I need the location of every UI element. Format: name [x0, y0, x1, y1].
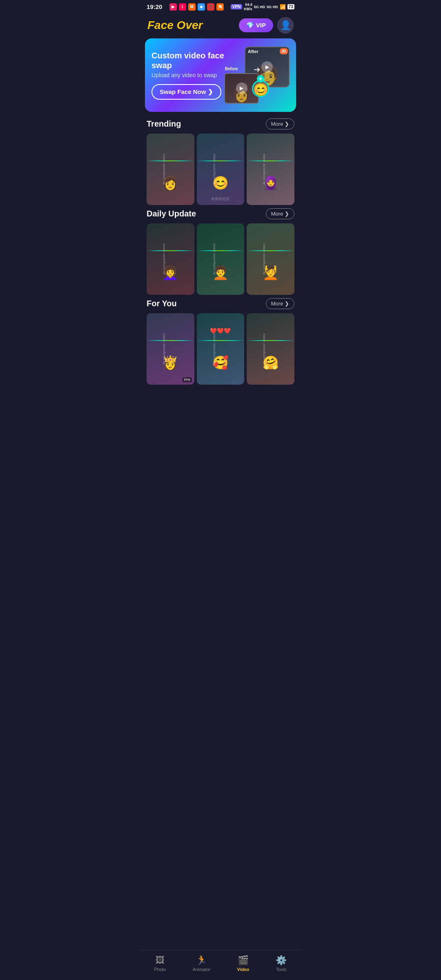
ai-label-4: AI composite video — [162, 243, 166, 275]
daily-section: Daily Update More ❯ 👩‍🦱 AI composite vid… — [141, 208, 300, 295]
app-header: Face Over 💎 VIP 👤 — [141, 14, 300, 38]
trending-header: Trending More ❯ — [147, 118, 294, 129]
swap-face-button[interactable]: Swap Face Now ❯ — [151, 84, 221, 100]
scan-line-8 — [197, 340, 245, 341]
for-you-header: For You More ❯ — [147, 298, 294, 309]
app-icon-6: 淘 — [216, 3, 224, 11]
nav-photo[interactable]: 🖼 Photo — [148, 953, 173, 973]
vip-button[interactable]: 💎 VIP — [239, 18, 273, 32]
video-nav-label: Video — [237, 967, 249, 972]
for-you-thumb-3[interactable]: 🤗 AI composite video — [247, 313, 294, 385]
header-actions: 💎 VIP 👤 — [239, 17, 294, 33]
battery-level: 73 — [287, 4, 294, 9]
photo-nav-icon: 🖼 — [156, 955, 165, 966]
banner-title: Custom video face swap — [151, 51, 224, 70]
animator-nav-label: Animator — [192, 967, 210, 972]
before-label: Before — [225, 67, 238, 71]
daily-header: Daily Update More ❯ — [147, 208, 294, 219]
for-you-thumb-2[interactable]: 🥰 AI composite video ❤️❤️❤️ — [197, 313, 245, 385]
trending-grid: 👩 AI composite video 😊 AI composite vide… — [147, 134, 294, 205]
scan-line-5 — [197, 250, 245, 251]
scan-line-7 — [147, 340, 194, 341]
tools-nav-label: Tools — [276, 967, 287, 972]
animator-nav-icon: 🏃 — [196, 955, 207, 966]
play-overlay: ▶ — [261, 61, 273, 73]
nav-animator[interactable]: 🏃 Animator — [186, 953, 217, 973]
swap-btn-label: Swap Face Now — [160, 88, 206, 95]
status-icons: VPN 54.4 KB/s 5G HD 5G HD 📶 73 — [231, 2, 294, 11]
tools-nav-icon: ⚙️ — [276, 955, 287, 966]
ai-label-1: AI composite video — [162, 154, 166, 185]
nav-tools[interactable]: ⚙️ Tools — [269, 953, 293, 973]
trending-thumb-2[interactable]: 😊 AI composite video 发现岛社区 — [197, 134, 245, 205]
scan-line-4 — [147, 250, 194, 251]
app-icon-5: 🎵 — [207, 3, 214, 11]
banner-content: Custom video face swap Upload any video … — [151, 51, 224, 100]
person-icon: 👤 — [280, 20, 291, 31]
ai-label-9: AI composite video — [262, 333, 266, 365]
network-1: 5G HD — [254, 5, 265, 9]
for-you-more-button[interactable]: More ❯ — [266, 298, 294, 309]
daily-title: Daily Update — [147, 209, 196, 218]
ai-label-7: AI composite video — [162, 333, 166, 365]
status-app-icons: ▶ t M ◈ 🎵 淘 — [169, 3, 224, 11]
for-you-thumb-1[interactable]: 👸 AI composite video PHI — [147, 313, 194, 385]
promo-banner: Custom video face swap Upload any video … — [145, 38, 296, 112]
ai-badge: Aĭ — [280, 48, 288, 54]
daily-grid: 👩‍🦱 AI composite video 🧑‍🦱 AI composite … — [147, 223, 294, 295]
arrow-icon: ➜ — [254, 65, 261, 74]
scan-line-2 — [197, 160, 245, 161]
vip-label: VIP — [256, 22, 266, 29]
signal-info: 54.4 KB/s — [244, 2, 252, 11]
trending-thumb-1[interactable]: 👩 AI composite video — [147, 134, 194, 205]
network-2: 5G HD — [267, 5, 278, 9]
ai-label-3: AI composite video — [262, 154, 266, 185]
daily-thumb-3[interactable]: 💆 AI composite video — [247, 223, 294, 295]
app-icon-2: t — [179, 3, 186, 11]
vpn-badge: VPN — [231, 4, 243, 9]
app-icon-4: ◈ — [198, 3, 205, 11]
status-time: 19:20 — [147, 3, 162, 10]
plus-icon: + — [257, 75, 264, 82]
diamond-icon: 💎 — [246, 22, 254, 29]
for-you-grid: 👸 AI composite video PHI 🥰 AI composite … — [147, 313, 294, 385]
banner-image-area: 🧑 After Aĭ ▶ 👩 ▶ Before 😊 + ➜ — [224, 47, 290, 104]
bottom-navigation: 🖼 Photo 🏃 Animator 🎬 Video ⚙️ Tools — [141, 950, 300, 980]
ai-label-8: AI composite video — [212, 333, 216, 365]
face-circle: 😊 — [252, 80, 269, 97]
app-icon-3: M — [188, 3, 196, 11]
trending-more-button[interactable]: More ❯ — [266, 118, 294, 129]
photo-nav-label: Photo — [154, 967, 166, 972]
signal-bars: 📶 — [280, 4, 286, 10]
trending-title: Trending — [147, 119, 181, 129]
scan-line-1 — [147, 160, 194, 161]
trending-thumb-3[interactable]: 🧕 AI composite video — [247, 134, 294, 205]
daily-thumb-2[interactable]: 🧑‍🦱 AI composite video — [197, 223, 245, 295]
daily-thumb-1[interactable]: 👩‍🦱 AI composite video — [147, 223, 194, 295]
scan-line-9 — [247, 340, 294, 341]
daily-more-button[interactable]: More ❯ — [266, 208, 294, 219]
ai-label-2: AI composite video — [212, 154, 216, 185]
status-bar: 19:20 ▶ t M ◈ 🎵 淘 VPN 54.4 KB/s 5G HD 5G… — [141, 0, 300, 14]
nav-video[interactable]: 🎬 Video — [231, 953, 256, 973]
swap-btn-arrow: ❯ — [208, 88, 213, 96]
ai-label-5: AI composite video — [212, 243, 216, 275]
app-icon-1: ▶ — [169, 3, 177, 11]
video-nav-icon: 🎬 — [238, 955, 249, 966]
app-title: Face Over — [147, 19, 203, 32]
profile-avatar[interactable]: 👤 — [277, 17, 294, 33]
for-you-title: For You — [147, 299, 177, 308]
for-you-section: For You More ❯ 👸 AI composite video PHI … — [141, 298, 300, 385]
banner-subtitle: Upload any video to swap — [151, 72, 224, 78]
trending-section: Trending More ❯ 👩 AI composite video 😊 A… — [141, 118, 300, 205]
scan-line-3 — [247, 160, 294, 161]
before-play-overlay: ▶ — [236, 82, 247, 94]
scan-line-6 — [247, 250, 294, 251]
after-label: After — [248, 49, 258, 54]
ai-label-6: AI composite video — [262, 243, 266, 275]
